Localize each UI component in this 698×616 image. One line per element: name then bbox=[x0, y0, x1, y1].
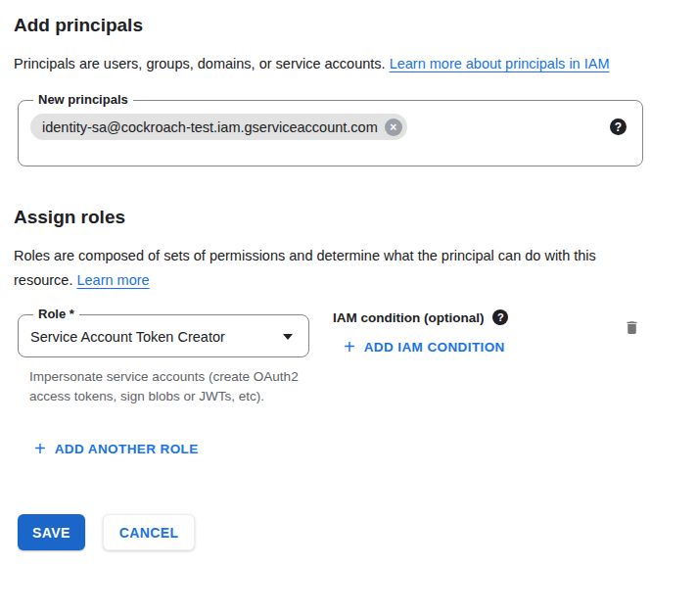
role-selected-value: Service Account Token Creator bbox=[30, 329, 225, 345]
role-column: Role * Service Account Token Creator Imp… bbox=[18, 307, 309, 406]
page-title: Add principals bbox=[14, 14, 698, 37]
add-another-role-label: ADD ANOTHER ROLE bbox=[55, 442, 199, 456]
principals-help-icon[interactable]: ? bbox=[610, 118, 627, 135]
delete-role-button[interactable] bbox=[624, 318, 640, 340]
roles-description: Roles are composed of sets of permission… bbox=[14, 244, 652, 293]
new-principals-label: New principals bbox=[33, 92, 133, 108]
principals-description: Principals are users, groups, domains, o… bbox=[14, 52, 652, 76]
iam-condition-label: IAM condition (optional) bbox=[333, 310, 484, 325]
iam-condition-column: IAM condition (optional) ? + ADD IAM CON… bbox=[333, 307, 508, 357]
save-button[interactable]: SAVE bbox=[18, 514, 85, 550]
cancel-button[interactable]: CANCEL bbox=[103, 514, 196, 550]
dropdown-arrow-icon bbox=[283, 334, 293, 340]
principal-chip-label: identity-sa@cockroach-test.iam.gservicea… bbox=[42, 119, 378, 135]
trash-icon bbox=[624, 318, 640, 337]
principals-description-text: Principals are users, groups, domains, o… bbox=[14, 56, 390, 71]
add-principals-panel: Add principals Principals are users, gro… bbox=[0, 0, 698, 550]
principal-chip[interactable]: identity-sa@cockroach-test.iam.gservicea… bbox=[30, 114, 407, 140]
plus-icon: + bbox=[344, 338, 355, 355]
assign-roles-title: Assign roles bbox=[14, 206, 698, 229]
iam-condition-help-icon[interactable]: ? bbox=[492, 309, 508, 325]
role-select-field[interactable]: Role * Service Account Token Creator bbox=[18, 307, 309, 357]
add-iam-condition-button[interactable]: + ADD IAM CONDITION bbox=[344, 338, 505, 355]
learn-more-roles-link[interactable]: Learn more bbox=[76, 272, 149, 288]
plus-icon: + bbox=[34, 440, 46, 457]
role-row: Role * Service Account Token Creator Imp… bbox=[14, 307, 698, 406]
chip-close-icon[interactable]: × bbox=[385, 118, 402, 136]
role-select-label: Role * bbox=[33, 307, 79, 322]
learn-more-principals-link[interactable]: Learn more about principals in IAM bbox=[390, 56, 610, 71]
new-principals-field[interactable]: New principals identity-sa@cockroach-tes… bbox=[18, 92, 643, 166]
add-iam-condition-label: ADD IAM CONDITION bbox=[364, 340, 505, 355]
footer-actions: SAVE CANCEL bbox=[18, 514, 698, 550]
add-another-role-button[interactable]: + ADD ANOTHER ROLE bbox=[34, 440, 199, 457]
role-select-value-row[interactable]: Service Account Token Creator bbox=[30, 329, 297, 345]
role-helper-text: Impersonate service accounts (create OAu… bbox=[29, 367, 309, 406]
